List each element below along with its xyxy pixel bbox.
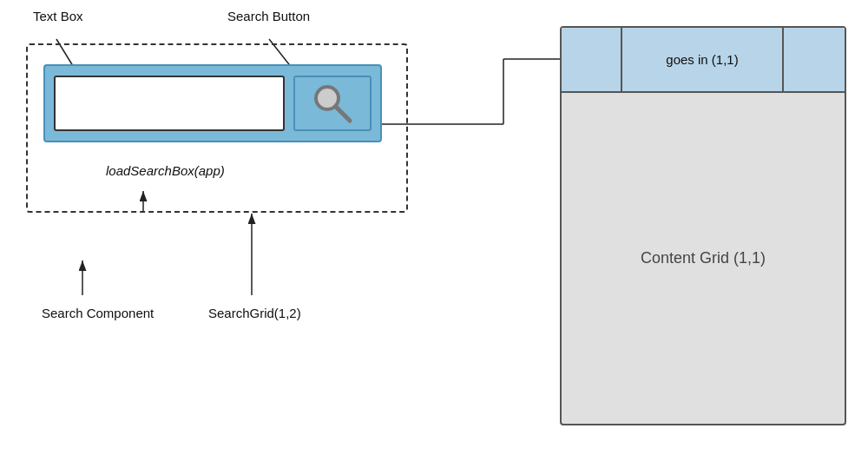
magnifier-icon [310, 81, 355, 126]
search-component-wrapper: loadSearchBox(app) [26, 43, 408, 213]
content-grid: Content Grid (1,1) [562, 93, 845, 424]
text-input-field[interactable] [54, 76, 285, 131]
search-button-label: Search Button [227, 9, 310, 23]
app-grid: goes in (1,1) Content Grid (1,1) [560, 26, 846, 425]
svg-line-11 [336, 107, 350, 121]
header-cell-1 [562, 28, 622, 91]
text-box-label: Text Box [33, 9, 83, 23]
header-cell-3 [784, 28, 845, 91]
header-cell-2-goes-in: goes in (1,1) [622, 28, 784, 91]
search-grid-label: SearchGrid(1,2) [208, 306, 301, 320]
search-button-area[interactable] [293, 76, 372, 131]
diagram-container: loadSearchBox(app) Text Box Search Butto… [0, 0, 868, 468]
search-box [43, 64, 382, 142]
app-grid-header: goes in (1,1) [562, 28, 845, 93]
load-search-box-label: loadSearchBox(app) [106, 163, 225, 178]
goes-in-label: goes in (1,1) [666, 52, 738, 67]
content-grid-label: Content Grid (1,1) [641, 249, 766, 267]
search-component-label: Search Component [42, 306, 154, 320]
